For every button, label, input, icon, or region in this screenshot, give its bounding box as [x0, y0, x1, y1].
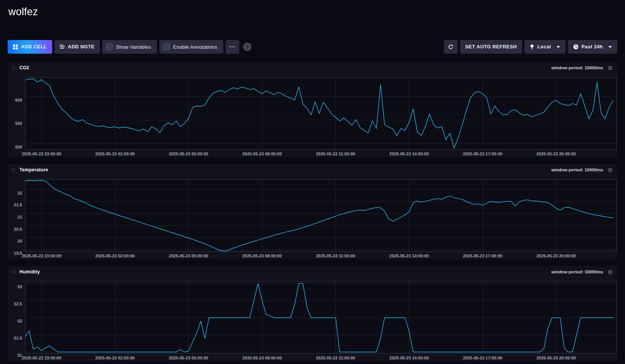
- add-note-label: ADD NOTE: [68, 44, 95, 49]
- pin-icon: [530, 45, 534, 49]
- y-axis-tick-label: 51.5: [14, 336, 22, 340]
- y-axis-tick-label: 20.5: [14, 227, 22, 231]
- x-axis-tick-label: 2025-05-23 11:00:00: [316, 152, 355, 156]
- y-axis-tick-label: 22: [18, 191, 22, 195]
- timezone-dropdown[interactable]: Local: [524, 40, 566, 54]
- y-axis-tick-label: 550: [15, 121, 22, 126]
- y-axis: 2221.52120.52019.5: [8, 179, 25, 259]
- line-chart-plot[interactable]: [25, 281, 617, 354]
- cell-title: Humidity: [19, 269, 40, 275]
- page-title: wolfez: [8, 0, 617, 18]
- cell-header: Temperature window period: 10000ms ⚙: [8, 164, 617, 176]
- x-axis-tick-label: 2025-05-23 14:00:00: [389, 254, 429, 258]
- x-axis-tick-label: 2025-05-23 17:00:00: [463, 254, 502, 258]
- clock-icon: [573, 44, 579, 49]
- series-line-temperature: [25, 180, 613, 251]
- add-note-button[interactable]: ADD NOTE: [54, 40, 100, 54]
- more-options-button[interactable]: ···: [226, 40, 239, 54]
- add-cell-button[interactable]: ADD CELL: [8, 40, 52, 54]
- y-axis: 5352.55251.551: [8, 281, 25, 361]
- enable-annotations-checkbox[interactable]: [163, 43, 170, 50]
- x-axis-tick-label: 2025-05-23 08:00:00: [242, 356, 282, 360]
- x-axis-tick-label: 2025-05-23 14:00:00: [389, 152, 429, 156]
- refresh-button[interactable]: [444, 40, 458, 54]
- x-axis-tick-label: 2025-05-23 17:00:00: [463, 356, 502, 360]
- window-period-label: window period: 10000ms: [551, 270, 603, 274]
- x-axis-tick-label: 2025-05-22 23:00:00: [22, 152, 61, 156]
- show-variables-toggle[interactable]: Show Variables: [102, 40, 157, 54]
- x-axis-tick-label: 2025-05-23 05:00:00: [169, 254, 208, 258]
- chart-body: 5352.55251.551 2025-05-22 23:00:002025-0…: [8, 278, 617, 361]
- note-lines-icon: [60, 45, 65, 49]
- y-axis-tick-label: 53: [18, 284, 22, 289]
- cell-header: CO2 window period: 10000ms ⚙: [8, 62, 617, 73]
- plot-border: [26, 180, 617, 252]
- x-axis-tick-label: 2025-05-23 05:00:00: [169, 356, 208, 360]
- x-axis-tick-label: 2025-05-23 20:00:00: [537, 356, 576, 360]
- toolbar: ADD CELL ADD NOTE Show Variables Enable …: [8, 40, 617, 54]
- x-axis-tick-label: 2025-05-22 23:00:00: [22, 254, 61, 258]
- y-axis-tick-label: 500: [15, 145, 22, 149]
- chart-body: 2221.52120.52019.5 2025-05-22 23:00:0020…: [8, 176, 617, 259]
- toolbar-right-group: SET AUTO REFRESH Local Past 24h: [444, 40, 617, 54]
- line-chart-plot[interactable]: [25, 179, 617, 252]
- y-axis-tick-label: 20: [18, 239, 22, 243]
- x-axis-tick-label: 2025-05-23 02:00:00: [95, 356, 135, 360]
- cell-title: Temperature: [19, 167, 48, 172]
- x-axis-tick-label: 2025-05-23 14:00:00: [389, 356, 429, 360]
- drag-handle-icon[interactable]: [11, 168, 16, 172]
- plot-border: [26, 78, 617, 150]
- series-line-co2: [25, 79, 613, 148]
- chevron-down-icon: [608, 46, 612, 48]
- gear-icon[interactable]: ⚙: [608, 65, 613, 71]
- time-range-selected-label: Past 24h: [582, 44, 603, 49]
- show-variables-checkbox[interactable]: [106, 43, 113, 50]
- x-axis: 2025-05-22 23:00:002025-05-23 02:00:0020…: [25, 252, 617, 259]
- x-axis-tick-label: 2025-05-23 11:00:00: [316, 356, 355, 360]
- x-axis-tick-label: 2025-05-23 02:00:00: [95, 152, 135, 156]
- help-button[interactable]: ?: [243, 43, 252, 51]
- x-axis-tick-label: 2025-05-23 17:00:00: [463, 152, 502, 156]
- y-axis-tick-label: 21: [18, 215, 22, 219]
- time-range-dropdown[interactable]: Past 24h: [568, 40, 617, 54]
- cell-humidity: Humidity window period: 10000ms ⚙ 5352.5…: [8, 266, 617, 361]
- add-cell-grid-icon: [13, 45, 18, 49]
- y-axis-tick-label: 51: [18, 353, 22, 358]
- toolbar-left-group: ADD CELL ADD NOTE Show Variables Enable …: [8, 40, 252, 54]
- drag-handle-icon[interactable]: [11, 270, 16, 274]
- x-axis-tick-label: 2025-05-23 08:00:00: [242, 152, 282, 156]
- refresh-icon: [448, 44, 454, 50]
- y-axis-tick-label: 21.5: [14, 203, 22, 207]
- x-axis-tick-label: 2025-05-23 20:00:00: [537, 254, 576, 258]
- gear-icon[interactable]: ⚙: [608, 269, 613, 275]
- x-axis: 2025-05-22 23:00:002025-05-23 02:00:0020…: [25, 354, 617, 361]
- x-axis-tick-label: 2025-05-23 05:00:00: [169, 152, 208, 156]
- drag-handle-icon[interactable]: [11, 65, 16, 70]
- window-period-label: window period: 10000ms: [551, 168, 603, 172]
- set-auto-refresh-label: SET AUTO REFRESH: [465, 44, 517, 49]
- x-axis-tick-label: 2025-05-23 08:00:00: [242, 254, 282, 258]
- timezone-selected-label: Local: [537, 44, 551, 49]
- cell-co2: CO2 window period: 10000ms ⚙ 600550500 2…: [8, 62, 617, 157]
- window-period-label: window period: 10000ms: [551, 65, 603, 70]
- ellipsis-icon: ···: [229, 44, 236, 50]
- cell-header: Humidity window period: 10000ms ⚙: [8, 266, 617, 278]
- line-chart-plot[interactable]: [25, 77, 617, 150]
- y-axis-tick-label: 19.5: [14, 251, 22, 255]
- x-axis-tick-label: 2025-05-23 20:00:00: [537, 152, 576, 156]
- chart-body: 600550500 2025-05-22 23:00:002025-05-23 …: [8, 73, 617, 157]
- y-axis-tick-label: 600: [15, 98, 22, 102]
- show-variables-label: Show Variables: [116, 44, 151, 50]
- enable-annotations-label: Enable Annotations: [173, 44, 217, 50]
- y-axis: 600550500: [8, 77, 25, 157]
- set-auto-refresh-button[interactable]: SET AUTO REFRESH: [460, 40, 522, 54]
- enable-annotations-toggle[interactable]: Enable Annotations: [159, 40, 223, 54]
- y-axis-tick-label: 52: [18, 319, 22, 323]
- gear-icon[interactable]: ⚙: [608, 167, 613, 173]
- x-axis-tick-label: 2025-05-23 02:00:00: [95, 254, 135, 258]
- x-axis-tick-label: 2025-05-22 23:00:00: [22, 356, 61, 360]
- question-mark-icon: ?: [246, 44, 249, 50]
- y-axis-tick-label: 52.5: [14, 302, 22, 306]
- dashboard-page: wolfez ADD CELL ADD NOTE Show Variables: [0, 0, 625, 361]
- chevron-down-icon: [556, 46, 560, 48]
